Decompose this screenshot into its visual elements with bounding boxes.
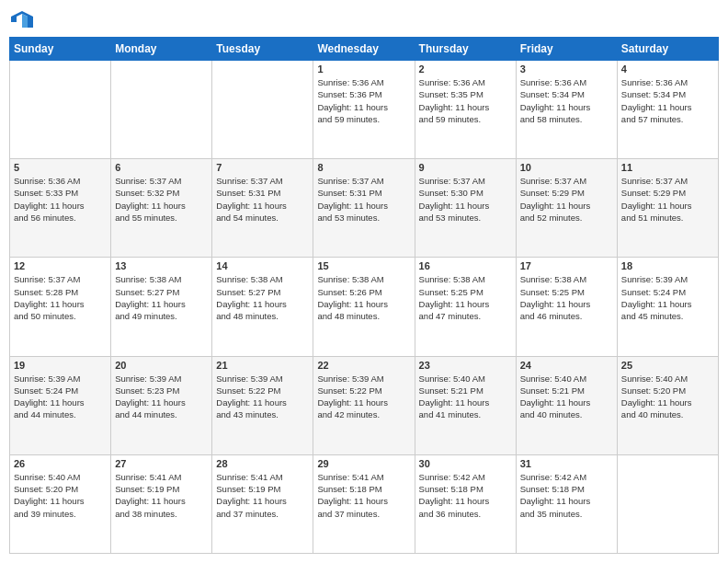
calendar-cell: 9Sunrise: 5:37 AM Sunset: 5:30 PM Daylig…	[415, 159, 516, 258]
weekday-header-row: SundayMondayTuesdayWednesdayThursdayFrid…	[10, 38, 719, 61]
day-number: 15	[317, 260, 410, 271]
day-number: 22	[317, 360, 410, 371]
calendar-cell: 12Sunrise: 5:37 AM Sunset: 5:28 PM Dayli…	[10, 258, 111, 356]
day-number: 4	[621, 63, 714, 75]
day-info: Sunrise: 5:39 AM Sunset: 5:24 PM Dayligh…	[14, 373, 107, 421]
day-info: Sunrise: 5:39 AM Sunset: 5:22 PM Dayligh…	[216, 373, 309, 421]
calendar-cell: 27Sunrise: 5:41 AM Sunset: 5:19 PM Dayli…	[111, 454, 212, 553]
calendar-cell	[10, 61, 111, 159]
day-info: Sunrise: 5:41 AM Sunset: 5:19 PM Dayligh…	[115, 471, 208, 520]
day-number: 16	[419, 260, 512, 271]
day-number: 2	[419, 63, 512, 75]
calendar-cell: 11Sunrise: 5:37 AM Sunset: 5:29 PM Dayli…	[617, 159, 718, 258]
calendar-cell: 7Sunrise: 5:37 AM Sunset: 5:31 PM Daylig…	[212, 159, 313, 258]
day-number: 12	[14, 260, 107, 271]
calendar-cell: 25Sunrise: 5:40 AM Sunset: 5:20 PM Dayli…	[617, 356, 718, 454]
weekday-saturday: Saturday	[617, 38, 718, 61]
calendar-cell: 18Sunrise: 5:39 AM Sunset: 5:24 PM Dayli…	[617, 258, 718, 356]
weekday-sunday: Sunday	[10, 38, 111, 61]
day-number: 11	[621, 162, 714, 173]
day-number: 29	[317, 458, 410, 469]
day-number: 25	[621, 360, 714, 371]
day-info: Sunrise: 5:40 AM Sunset: 5:21 PM Dayligh…	[419, 373, 512, 421]
day-info: Sunrise: 5:36 AM Sunset: 5:34 PM Dayligh…	[621, 76, 714, 125]
day-info: Sunrise: 5:37 AM Sunset: 5:32 PM Dayligh…	[115, 175, 208, 224]
week-row-4: 19Sunrise: 5:39 AM Sunset: 5:24 PM Dayli…	[10, 356, 719, 454]
day-number: 23	[419, 360, 512, 371]
day-info: Sunrise: 5:38 AM Sunset: 5:27 PM Dayligh…	[216, 273, 309, 322]
day-number: 28	[216, 458, 309, 469]
calendar-cell: 16Sunrise: 5:38 AM Sunset: 5:25 PM Dayli…	[415, 258, 516, 356]
weekday-wednesday: Wednesday	[313, 38, 415, 61]
calendar-cell: 28Sunrise: 5:41 AM Sunset: 5:19 PM Dayli…	[212, 454, 313, 553]
calendar-cell: 21Sunrise: 5:39 AM Sunset: 5:22 PM Dayli…	[212, 356, 313, 454]
calendar-cell: 10Sunrise: 5:37 AM Sunset: 5:29 PM Dayli…	[516, 159, 617, 258]
calendar-cell: 5Sunrise: 5:36 AM Sunset: 5:33 PM Daylig…	[10, 159, 111, 258]
calendar-cell: 24Sunrise: 5:40 AM Sunset: 5:21 PM Dayli…	[516, 356, 617, 454]
calendar-cell: 17Sunrise: 5:38 AM Sunset: 5:25 PM Dayli…	[516, 258, 617, 356]
day-info: Sunrise: 5:39 AM Sunset: 5:24 PM Dayligh…	[621, 273, 714, 322]
calendar-table: SundayMondayTuesdayWednesdayThursdayFrid…	[9, 37, 719, 554]
week-row-3: 12Sunrise: 5:37 AM Sunset: 5:28 PM Dayli…	[10, 258, 719, 356]
day-info: Sunrise: 5:37 AM Sunset: 5:31 PM Dayligh…	[317, 175, 410, 224]
day-number: 3	[520, 63, 613, 75]
day-number: 21	[216, 360, 309, 371]
day-info: Sunrise: 5:40 AM Sunset: 5:20 PM Dayligh…	[621, 373, 714, 421]
day-number: 8	[317, 162, 410, 173]
calendar-cell: 14Sunrise: 5:38 AM Sunset: 5:27 PM Dayli…	[212, 258, 313, 356]
day-number: 18	[621, 260, 714, 271]
calendar-cell	[617, 454, 718, 553]
day-info: Sunrise: 5:38 AM Sunset: 5:26 PM Dayligh…	[317, 273, 410, 322]
calendar-cell: 30Sunrise: 5:42 AM Sunset: 5:18 PM Dayli…	[415, 454, 516, 553]
week-row-2: 5Sunrise: 5:36 AM Sunset: 5:33 PM Daylig…	[10, 159, 719, 258]
calendar-cell	[212, 61, 313, 159]
day-number: 17	[520, 260, 613, 271]
day-info: Sunrise: 5:38 AM Sunset: 5:25 PM Dayligh…	[419, 273, 512, 322]
day-info: Sunrise: 5:39 AM Sunset: 5:22 PM Dayligh…	[317, 373, 410, 421]
day-info: Sunrise: 5:36 AM Sunset: 5:36 PM Dayligh…	[317, 76, 410, 125]
day-number: 5	[14, 162, 107, 173]
day-info: Sunrise: 5:38 AM Sunset: 5:27 PM Dayligh…	[115, 273, 208, 322]
day-info: Sunrise: 5:41 AM Sunset: 5:18 PM Dayligh…	[317, 471, 410, 520]
day-info: Sunrise: 5:40 AM Sunset: 5:21 PM Dayligh…	[520, 373, 613, 421]
day-number: 26	[14, 458, 107, 469]
calendar-cell: 4Sunrise: 5:36 AM Sunset: 5:34 PM Daylig…	[617, 61, 718, 159]
calendar-cell: 31Sunrise: 5:42 AM Sunset: 5:18 PM Dayli…	[516, 454, 617, 553]
day-info: Sunrise: 5:36 AM Sunset: 5:35 PM Dayligh…	[419, 76, 512, 125]
page: SundayMondayTuesdayWednesdayThursdayFrid…	[0, 0, 728, 563]
calendar-cell: 26Sunrise: 5:40 AM Sunset: 5:20 PM Dayli…	[10, 454, 111, 553]
week-row-1: 1Sunrise: 5:36 AM Sunset: 5:36 PM Daylig…	[10, 61, 719, 159]
day-info: Sunrise: 5:37 AM Sunset: 5:29 PM Dayligh…	[621, 175, 714, 224]
calendar-cell: 8Sunrise: 5:37 AM Sunset: 5:31 PM Daylig…	[313, 159, 415, 258]
calendar-cell: 13Sunrise: 5:38 AM Sunset: 5:27 PM Dayli…	[111, 258, 212, 356]
calendar-cell: 19Sunrise: 5:39 AM Sunset: 5:24 PM Dayli…	[10, 356, 111, 454]
day-info: Sunrise: 5:41 AM Sunset: 5:19 PM Dayligh…	[216, 471, 309, 520]
calendar-cell: 22Sunrise: 5:39 AM Sunset: 5:22 PM Dayli…	[313, 356, 415, 454]
day-number: 10	[520, 162, 613, 173]
day-number: 31	[520, 458, 613, 469]
day-number: 13	[115, 260, 208, 271]
day-number: 24	[520, 360, 613, 371]
logo-icon	[9, 9, 35, 29]
day-info: Sunrise: 5:39 AM Sunset: 5:23 PM Dayligh…	[115, 373, 208, 421]
day-info: Sunrise: 5:42 AM Sunset: 5:18 PM Dayligh…	[419, 471, 512, 520]
day-number: 6	[115, 162, 208, 173]
weekday-friday: Friday	[516, 38, 617, 61]
day-number: 20	[115, 360, 208, 371]
calendar-cell: 6Sunrise: 5:37 AM Sunset: 5:32 PM Daylig…	[111, 159, 212, 258]
day-number: 1	[317, 63, 410, 75]
day-info: Sunrise: 5:40 AM Sunset: 5:20 PM Dayligh…	[14, 471, 107, 520]
calendar-cell: 20Sunrise: 5:39 AM Sunset: 5:23 PM Dayli…	[111, 356, 212, 454]
calendar-cell: 29Sunrise: 5:41 AM Sunset: 5:18 PM Dayli…	[313, 454, 415, 553]
day-number: 9	[419, 162, 512, 173]
day-info: Sunrise: 5:38 AM Sunset: 5:25 PM Dayligh…	[520, 273, 613, 322]
day-info: Sunrise: 5:37 AM Sunset: 5:28 PM Dayligh…	[14, 273, 107, 322]
day-info: Sunrise: 5:42 AM Sunset: 5:18 PM Dayligh…	[520, 471, 613, 520]
calendar-cell: 15Sunrise: 5:38 AM Sunset: 5:26 PM Dayli…	[313, 258, 415, 356]
day-info: Sunrise: 5:36 AM Sunset: 5:33 PM Dayligh…	[14, 175, 107, 224]
day-info: Sunrise: 5:36 AM Sunset: 5:34 PM Dayligh…	[520, 76, 613, 125]
weekday-thursday: Thursday	[415, 38, 516, 61]
weekday-monday: Monday	[111, 38, 212, 61]
week-row-5: 26Sunrise: 5:40 AM Sunset: 5:20 PM Dayli…	[10, 454, 719, 553]
day-number: 30	[419, 458, 512, 469]
